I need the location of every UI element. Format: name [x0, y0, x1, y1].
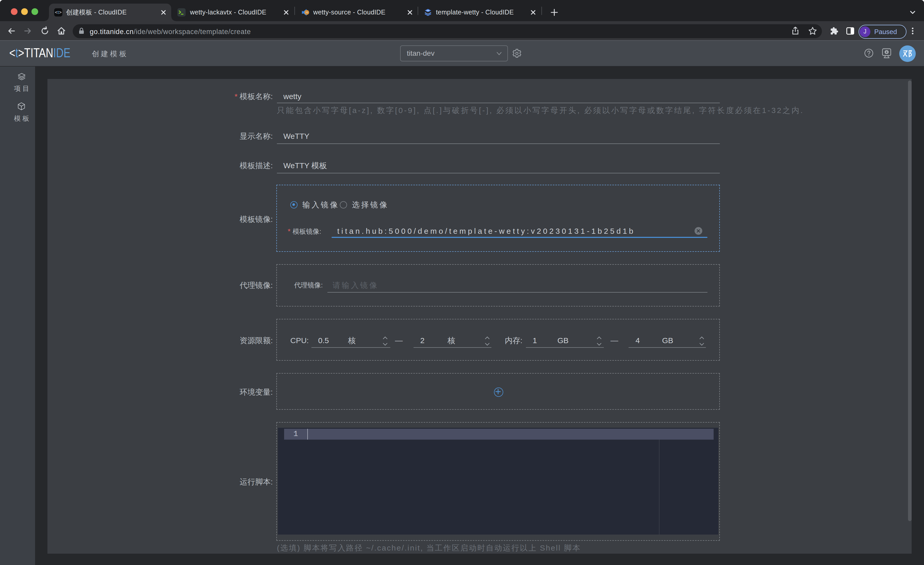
svg-text:JS: JS [306, 11, 308, 14]
